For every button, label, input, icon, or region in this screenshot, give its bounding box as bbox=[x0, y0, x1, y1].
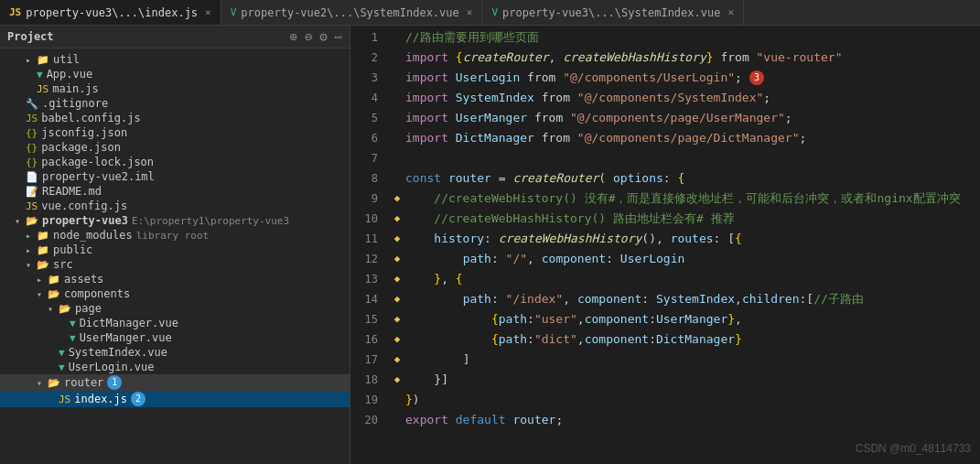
file-icon: 🔧 bbox=[26, 98, 38, 110]
code-line-3: import UserLogin from "@/components/User… bbox=[391, 68, 980, 88]
more-icon[interactable]: ⋯ bbox=[335, 29, 342, 44]
gutter-10: ◆ bbox=[391, 209, 404, 229]
watermark: CSDN @m0_48114733 bbox=[856, 442, 971, 455]
item-label: property-vue2.iml bbox=[42, 170, 155, 183]
item-label: .gitignore bbox=[42, 97, 108, 110]
folder-open-icon: 📂 bbox=[37, 259, 49, 271]
error-badge-3: 3 bbox=[749, 70, 764, 85]
folder-icon: 📁 bbox=[37, 230, 49, 242]
tab-bar: JS property-vue3\...\index.js ✕ V proper… bbox=[0, 0, 980, 26]
minus-icon[interactable]: ⊖ bbox=[305, 29, 312, 44]
arrow-icon bbox=[26, 55, 37, 65]
item-label: babel.config.js bbox=[41, 112, 140, 124]
code-line-6: import DictManager from "@/components/pa… bbox=[391, 128, 980, 148]
tab-label: property-vue2\...\SystemIndex.vue bbox=[241, 6, 458, 19]
folder-open-icon: 📂 bbox=[59, 303, 71, 315]
item-label: router bbox=[64, 376, 103, 389]
settings-icon[interactable]: ⚙ bbox=[319, 29, 327, 44]
item-label: App.vue bbox=[47, 68, 93, 81]
sidebar-item-main-js[interactable]: JS main.js bbox=[0, 81, 350, 96]
sidebar-item-userlogin[interactable]: ▼ UserLogin.vue bbox=[0, 360, 350, 374]
sidebar-item-vue-config[interactable]: JS vue.config.js bbox=[0, 199, 350, 213]
arrow-icon bbox=[37, 289, 48, 299]
sidebar-header: Project ⊕ ⊖ ⚙ ⋯ bbox=[0, 26, 350, 49]
code-line-8: const router = createRouter( options: { bbox=[391, 168, 980, 189]
item-label: util bbox=[53, 53, 80, 66]
sidebar: Project ⊕ ⊖ ⚙ ⋯ 📁 util ▼ App.vue bbox=[0, 26, 350, 464]
item-label: components bbox=[64, 287, 130, 300]
tab-js-icon: JS bbox=[9, 6, 21, 18]
code-line-2: import {createRouter, createWebHashHisto… bbox=[391, 48, 980, 68]
code-area[interactable]: 1 2 3 4 5 6 7 8 9 10 11 12 13 14 15 16 1… bbox=[350, 26, 980, 464]
code-line-17: ◆ ] bbox=[391, 350, 980, 370]
tab-systemindex-vue2[interactable]: V property-vue2\...\SystemIndex.vue ✕ bbox=[221, 0, 483, 25]
code-line-19: }) bbox=[391, 390, 980, 410]
sidebar-item-property-vue3[interactable]: 📂 property-vue3 E:\property1\property-vu… bbox=[0, 213, 350, 228]
folder-icon: 📁 bbox=[37, 54, 49, 66]
code-line-14: ◆ path: "/index", component: SystemIndex… bbox=[391, 289, 980, 309]
code-line-12: ◆ path: "/", component: UserLogin bbox=[391, 249, 980, 269]
sidebar-item-usermanger[interactable]: ▼ UserManger.vue bbox=[0, 330, 350, 345]
code-line-15: ◆ {path:"user",component:UserManger}, bbox=[391, 309, 980, 329]
tab-vue-icon: V bbox=[491, 6, 498, 18]
gutter-14: ◆ bbox=[391, 289, 404, 309]
code-content[interactable]: //路由需要用到哪些页面 import {createRouter, creat… bbox=[385, 26, 980, 464]
js-icon: JS bbox=[26, 113, 38, 124]
code-line-4: import SystemIndex from "@/components/Sy… bbox=[391, 88, 980, 108]
item-label: page bbox=[75, 302, 102, 315]
gutter-15: ◆ bbox=[391, 309, 404, 329]
code-line-10: ◆ //createWebHashHistory() 路由地址栏会有# 推荐 bbox=[391, 209, 980, 229]
sidebar-item-package-lock[interactable]: {} package-lock.json bbox=[0, 155, 350, 169]
folder-icon: 📁 bbox=[37, 244, 49, 256]
vue-icon: ▼ bbox=[70, 318, 76, 329]
sidebar-item-systemindex[interactable]: ▼ SystemIndex.vue bbox=[0, 345, 350, 360]
json-icon: {} bbox=[26, 127, 38, 139]
code-line-13: ◆ }, { bbox=[391, 269, 980, 289]
sidebar-item-router[interactable]: 📂 router 1 bbox=[0, 374, 350, 391]
sidebar-item-components[interactable]: 📂 components bbox=[0, 286, 350, 301]
item-label: package.json bbox=[41, 141, 121, 154]
tab-systemindex-vue3[interactable]: V property-vue3\...\SystemIndex.vue ✕ bbox=[482, 0, 744, 25]
item-label: UserLogin.vue bbox=[69, 361, 155, 373]
tab-label: property-vue3\...\SystemIndex.vue bbox=[502, 6, 720, 19]
item-label: main.js bbox=[52, 82, 99, 95]
sidebar-item-babel[interactable]: JS babel.config.js bbox=[0, 111, 350, 125]
md-icon: 📝 bbox=[26, 186, 38, 198]
close-icon[interactable]: ✕ bbox=[727, 6, 734, 18]
arrow-icon bbox=[48, 304, 59, 314]
tab-index-js[interactable]: JS property-vue3\...\index.js ✕ bbox=[0, 0, 221, 25]
sidebar-item-jsconfig[interactable]: {} jsconfig.json bbox=[0, 125, 350, 140]
arrow-icon bbox=[37, 378, 48, 388]
sidebar-item-dictmanager[interactable]: ▼ DictManager.vue bbox=[0, 316, 350, 330]
item-label: README.md bbox=[42, 185, 102, 198]
sidebar-item-app-vue[interactable]: ▼ App.vue bbox=[0, 67, 350, 81]
vue-icon: ▼ bbox=[59, 361, 65, 373]
gutter-17: ◆ bbox=[391, 350, 404, 370]
sidebar-item-index-js[interactable]: JS index.js 2 bbox=[0, 391, 350, 407]
sidebar-item-property-iml[interactable]: 📄 property-vue2.iml bbox=[0, 169, 350, 184]
sidebar-item-assets[interactable]: 📁 assets bbox=[0, 272, 350, 286]
index-badge: 2 bbox=[131, 392, 145, 406]
code-line-9: ◆ //createWebHistory() 没有#，而是直接修改地址栏，可能和… bbox=[391, 189, 980, 209]
sidebar-item-util[interactable]: 📁 util bbox=[0, 52, 350, 67]
sidebar-item-node-modules[interactable]: 📁 node_modules library root bbox=[0, 228, 350, 243]
gutter-12: ◆ bbox=[391, 249, 404, 269]
sidebar-item-readme[interactable]: 📝 README.md bbox=[0, 184, 350, 199]
code-line-7 bbox=[391, 148, 980, 168]
tab-vue-icon: V bbox=[231, 6, 237, 18]
add-icon[interactable]: ⊕ bbox=[289, 29, 296, 44]
sidebar-title: Project bbox=[7, 30, 54, 43]
close-icon[interactable]: ✕ bbox=[467, 6, 473, 18]
sidebar-item-gitignore[interactable]: 🔧 .gitignore bbox=[0, 96, 350, 111]
sidebar-item-page[interactable]: 📂 page bbox=[0, 301, 350, 316]
sidebar-item-package[interactable]: {} package.json bbox=[0, 140, 350, 155]
item-label: jsconfig.json bbox=[41, 126, 127, 139]
close-icon[interactable]: ✕ bbox=[205, 6, 211, 18]
sidebar-item-src[interactable]: 📂 src bbox=[0, 257, 350, 272]
item-label: src bbox=[53, 258, 73, 271]
sidebar-item-public[interactable]: 📁 public bbox=[0, 243, 350, 257]
gutter-9: ◆ bbox=[391, 189, 404, 209]
json-icon: {} bbox=[26, 142, 38, 154]
sidebar-toolbar: ⊕ ⊖ ⚙ ⋯ bbox=[289, 29, 342, 44]
gutter-16: ◆ bbox=[391, 329, 404, 350]
